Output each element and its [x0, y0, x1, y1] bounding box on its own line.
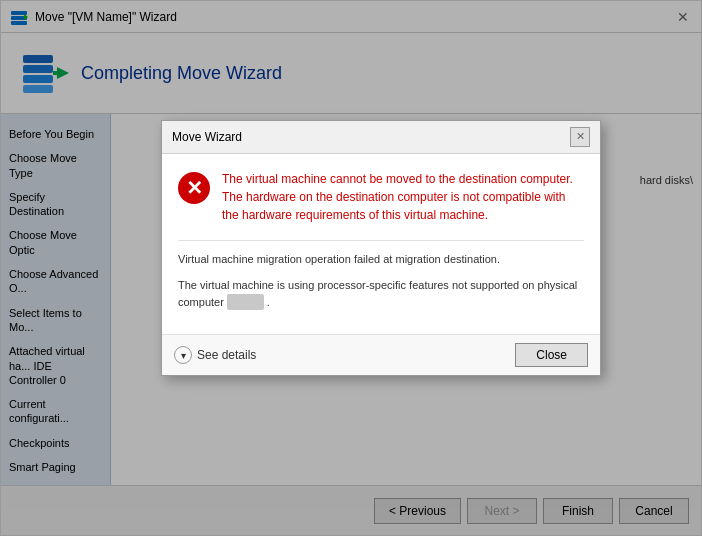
main-window: Move "[VM Name]" Wizard ✕ Completing Mov…	[0, 0, 702, 536]
see-details-label: See details	[197, 348, 256, 362]
detail-message-2: The virtual machine is using processor-s…	[178, 277, 584, 310]
see-details-icon: ▾	[174, 346, 192, 364]
detail-2-end: .	[267, 296, 270, 308]
modal-footer: ▾ See details Close	[162, 334, 600, 375]
modal-body: ✕ The virtual machine cannot be moved to…	[162, 154, 600, 335]
error-icon: ✕	[178, 172, 210, 204]
modal-overlay: Move Wizard ✕ ✕ The virtual machine cann…	[1, 1, 701, 535]
error-message-text: The virtual machine cannot be moved to t…	[222, 170, 584, 224]
detail-message-1: Virtual machine migration operation fail…	[178, 251, 584, 268]
modal-close-button[interactable]: ✕	[570, 127, 590, 147]
error-dialog: Move Wizard ✕ ✕ The virtual machine cann…	[161, 120, 601, 377]
see-details-button[interactable]: ▾ See details	[174, 346, 256, 364]
modal-close-action-button[interactable]: Close	[515, 343, 588, 367]
error-row: ✕ The virtual machine cannot be moved to…	[178, 170, 584, 224]
modal-title-bar: Move Wizard ✕	[162, 121, 600, 154]
detail-messages: Virtual machine migration operation fail…	[178, 240, 584, 319]
computer-name	[227, 294, 264, 311]
modal-title: Move Wizard	[172, 130, 242, 144]
